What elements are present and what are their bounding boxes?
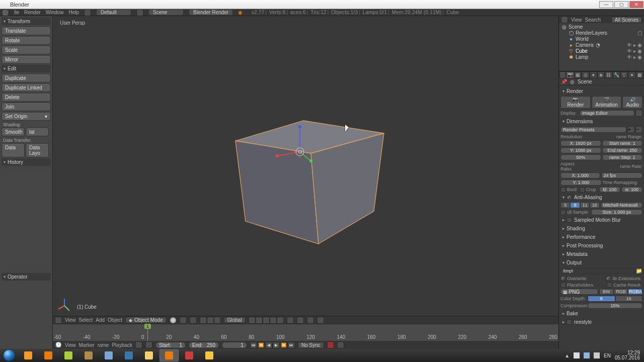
- language-indicator[interactable]: EN: [604, 353, 611, 358]
- tree-cube[interactable]: ▽Cube👁 ▸ ◉: [561, 48, 642, 54]
- display-dropdown[interactable]: Image Editor: [580, 110, 634, 116]
- aa-filter-dropdown[interactable]: Mitchell-Netravali: [601, 202, 643, 208]
- render-preview-icon[interactable]: [317, 317, 324, 324]
- sync-mode-selector[interactable]: No Sync: [298, 342, 324, 348]
- tray-network-icon[interactable]: [584, 352, 590, 358]
- taskbar-app-chrome[interactable]: [200, 349, 219, 361]
- dimensions-panel-header[interactable]: Dimensions: [560, 118, 642, 125]
- operator-panel-header[interactable]: Operator: [2, 273, 51, 281]
- start-button[interactable]: [0, 349, 18, 362]
- scale-button[interactable]: Scale: [2, 46, 51, 54]
- menu-window[interactable]: Window: [46, 10, 64, 15]
- shading-panel-header[interactable]: Shading: [560, 225, 642, 232]
- animation-button[interactable]: 🎬 Animation: [592, 96, 622, 109]
- fps-dropdown[interactable]: 24 fps: [601, 172, 643, 178]
- aa-samples-segment[interactable]: 5 8 11 16: [560, 202, 600, 208]
- layout-selector[interactable]: Default: [96, 9, 131, 16]
- jump-end-button[interactable]: ⏭: [288, 342, 295, 348]
- pivot-icon[interactable]: [180, 317, 187, 324]
- metadata-panel-header[interactable]: Metadata: [560, 250, 642, 258]
- aa-size-field[interactable]: Size: 1.000 px: [591, 209, 642, 215]
- orientation-selector[interactable]: Global: [224, 317, 246, 323]
- mblur-check[interactable]: [567, 217, 572, 223]
- tl-range-icon[interactable]: [135, 341, 142, 348]
- properties-breadcrumb[interactable]: 📌 ◎Scene: [559, 78, 644, 85]
- shading-mode-icon[interactable]: [170, 317, 177, 324]
- remove-preset-icon[interactable]: −: [635, 126, 642, 133]
- editor-type-icon[interactable]: ⓘ: [2, 9, 9, 16]
- cache-result-check[interactable]: [607, 282, 612, 288]
- layers-group[interactable]: [249, 317, 284, 324]
- object-menu[interactable]: Object: [108, 317, 122, 323]
- taskbar-app-notepadpp[interactable]: [59, 349, 78, 361]
- crop-check[interactable]: [580, 187, 585, 193]
- 3d-viewport[interactable]: User Persp: [53, 16, 558, 316]
- tab-renderlayers-icon[interactable]: ▦: [574, 71, 582, 78]
- shade-smooth-button[interactable]: Smooth: [2, 128, 25, 136]
- tab-scene-icon[interactable]: ◎: [582, 71, 589, 78]
- tab-render-icon[interactable]: 📷: [566, 71, 574, 78]
- outliner-search-menu[interactable]: Search: [585, 17, 601, 23]
- duplicate-linked-button[interactable]: Duplicate Linked: [2, 83, 51, 92]
- outliner-tree[interactable]: ◎Scene ▢RenderLayers▢ ●World ▸Camera◔👁 ▸…: [559, 23, 644, 71]
- mode-selector[interactable]: ◆ Object Mode: [125, 317, 167, 323]
- tab-object-icon[interactable]: ◈: [597, 71, 605, 78]
- editor-type-properties-icon[interactable]: [559, 71, 566, 78]
- close-button[interactable]: ✕: [629, 1, 643, 8]
- editor-type-timeline-icon[interactable]: 🕐: [55, 341, 62, 348]
- bake-panel-header[interactable]: Bake: [560, 310, 642, 317]
- system-tray[interactable]: ▲ EN 12:29 05.07.2016: [565, 350, 644, 360]
- render-panel-header[interactable]: Render: [560, 87, 642, 95]
- overwrite-check[interactable]: [560, 276, 566, 281]
- play-reverse-button[interactable]: ◀: [265, 342, 272, 348]
- view-menu[interactable]: View: [65, 317, 76, 323]
- snap-target-icon[interactable]: [297, 317, 304, 324]
- output-path-field[interactable]: /tmp\: [560, 268, 634, 274]
- taskbar-app-blender2[interactable]: [159, 349, 179, 361]
- frame-start-field[interactable]: Start rame: 1: [602, 140, 643, 146]
- taskbar-app-explorer[interactable]: [139, 349, 158, 361]
- scene-icon[interactable]: [136, 9, 143, 16]
- tray-flag-icon[interactable]: [574, 352, 580, 358]
- tl-view-menu[interactable]: View: [65, 342, 76, 348]
- add-preset-icon[interactable]: +: [627, 126, 634, 133]
- taskbar-app-pdf[interactable]: [180, 349, 199, 361]
- output-panel-header[interactable]: Output: [560, 259, 642, 266]
- tree-world[interactable]: ●World: [561, 36, 642, 42]
- tab-world-icon[interactable]: ●: [590, 71, 597, 78]
- taskbar-app-cube[interactable]: [99, 349, 118, 361]
- back-icon[interactable]: [84, 9, 91, 16]
- freestyle-panel-header[interactable]: reestyle: [560, 318, 642, 326]
- remap-new-field[interactable]: w: 100: [621, 187, 642, 193]
- res-x-field[interactable]: X: 1920 px: [560, 140, 601, 146]
- timeline-track[interactable]: -60-40-200204060801001201401601802002202…: [53, 324, 558, 341]
- tl-frame-menu[interactable]: rame: [98, 342, 109, 348]
- taskbar-app-python[interactable]: [119, 349, 138, 361]
- minimize-button[interactable]: —: [599, 1, 613, 8]
- edit-panel-header[interactable]: Edit: [2, 65, 51, 72]
- transform-gizmo[interactable]: [265, 117, 335, 187]
- autokey-button[interactable]: [327, 341, 334, 348]
- start-frame-field[interactable]: Start:1: [155, 342, 186, 348]
- keyframe-next-button[interactable]: ⏩: [280, 342, 287, 348]
- translate-button[interactable]: Translate: [2, 27, 51, 35]
- post-panel-header[interactable]: Post Processing: [560, 242, 642, 249]
- scale-manip-icon[interactable]: [214, 317, 221, 324]
- taskbar-app-blender1[interactable]: [39, 349, 58, 361]
- taskbar-clock[interactable]: 12:29 05.07.2016: [615, 350, 640, 360]
- add-menu[interactable]: Add: [96, 317, 105, 323]
- outliner-view-menu[interactable]: View: [571, 17, 582, 23]
- keyframe-prev-button[interactable]: ⏪: [258, 342, 265, 348]
- tab-modifiers-icon[interactable]: 🔧: [613, 71, 620, 78]
- play-button[interactable]: ▶: [273, 342, 280, 348]
- tray-arrow-icon[interactable]: ▲: [565, 353, 570, 358]
- scene-selector[interactable]: Scene: [148, 9, 184, 16]
- audio-button[interactable]: 🔊 Audio: [622, 96, 642, 109]
- tab-data-icon[interactable]: ▽: [620, 71, 628, 78]
- tl-playback-menu[interactable]: Playback: [112, 342, 132, 348]
- delete-button[interactable]: Delete: [2, 93, 51, 102]
- aa-panel-header[interactable]: Anti-Aliasing: [560, 194, 642, 201]
- compression-field[interactable]: 15%: [588, 303, 642, 309]
- tl-preview-icon[interactable]: [145, 341, 152, 348]
- tray-volume-icon[interactable]: [594, 352, 600, 358]
